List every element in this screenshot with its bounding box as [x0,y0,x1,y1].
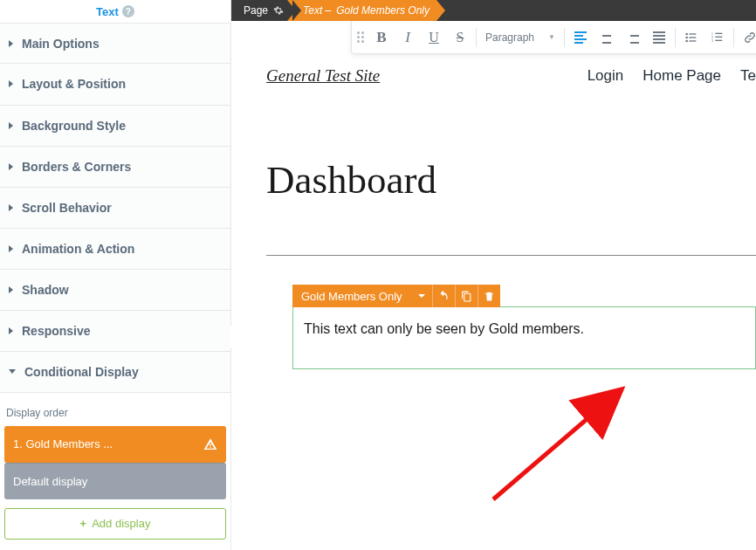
help-icon[interactable]: ? [122,5,134,17]
add-display-button[interactable]: + Add display [4,508,226,540]
section-label: Borders & Corners [22,160,131,174]
add-display-label: Add display [92,517,150,530]
toolbar-separator [675,28,676,47]
element-header: Gold Members Only [292,285,500,307]
section-layout-position[interactable]: Layout & Position [0,64,230,105]
paragraph-style-label: Paragraph [485,31,534,44]
svg-rect-7 [715,32,722,33]
display-row-default[interactable]: Default display [4,463,226,499]
svg-rect-9 [715,36,722,37]
svg-text:3: 3 [711,38,714,43]
nav-login[interactable]: Login [588,67,624,85]
breadcrumb-page-label: Page [244,4,268,17]
text-content[interactable]: This text can only be seen by Gold membe… [293,307,755,368]
horizontal-rule[interactable] [266,255,756,256]
chevron-right-icon [9,122,13,129]
section-conditional-display[interactable]: Conditional Display [0,352,230,393]
warning-icon [203,437,217,451]
svg-point-4 [685,39,688,42]
section-label: Background Style [22,119,126,133]
gear-icon[interactable] [273,5,284,16]
undo-icon[interactable] [432,285,455,307]
panel-title: Text ? [0,0,230,23]
section-main-options[interactable]: Main Options [0,23,230,64]
selected-text-element[interactable]: Gold Members Only This text can only be … [292,306,756,369]
plus-icon: + [80,517,87,530]
drag-handle-icon[interactable] [357,31,364,43]
section-shadow[interactable]: Shadow [0,270,230,311]
svg-rect-3 [689,37,696,38]
link-button[interactable] [738,25,756,50]
italic-button[interactable]: I [395,25,420,50]
element-header-label[interactable]: Gold Members Only [292,285,411,307]
display-row-label: 1. Gold Members ... [13,437,113,450]
display-order-label: Display order [6,407,228,419]
breadcrumb-sel-prefix: Text – [303,4,331,17]
chevron-right-icon [9,163,13,170]
svg-point-2 [685,36,688,38]
svg-rect-1 [689,33,696,34]
page-canvas[interactable]: General Test Site Login Home Page Te Das… [231,21,756,550]
svg-rect-5 [689,40,696,41]
delete-icon[interactable] [478,285,500,307]
breadcrumb-bar: Page Text – Gold Members Only [231,0,756,21]
chevron-right-icon [9,40,13,47]
section-responsive[interactable]: Responsive [0,311,230,352]
bold-button[interactable]: B [369,25,394,50]
bullet-list-button[interactable] [679,25,704,50]
section-scroll-behavior[interactable]: Scroll Behavior [0,188,230,229]
canvas-stage: Page Text – Gold Members Only B I U S Pa… [231,0,756,550]
align-right-button[interactable] [621,25,645,50]
copy-icon[interactable] [455,285,478,307]
svg-rect-11 [715,39,722,40]
property-panel: Text ? Main Options Layout & Position Ba… [0,0,231,550]
numbered-list-button[interactable]: 123 [705,25,730,50]
breadcrumb-page[interactable]: Page [231,0,292,21]
site-title[interactable]: General Test Site [266,66,380,86]
toolbar-separator [564,28,565,47]
paragraph-style-select[interactable]: Paragraph ▼ [480,25,560,50]
nav-trunc[interactable]: Te [740,67,756,85]
breadcrumb-selected[interactable]: Text – Gold Members Only [287,0,445,21]
breadcrumb-sel-name: Gold Members Only [336,4,430,17]
chevron-down-icon [9,369,16,374]
chevron-right-icon [9,245,13,252]
section-label: Shadow [22,283,69,297]
svg-point-0 [685,32,688,35]
richtext-toolbar: B I U S Paragraph ▼ [351,21,756,54]
element-header-dropdown[interactable] [411,285,432,307]
section-label: Layout & Position [22,77,126,91]
section-label: Main Options [22,37,100,51]
toolbar-separator [476,28,477,47]
underline-button[interactable]: U [422,25,446,50]
section-label: Scroll Behavior [22,201,112,215]
site-nav: Login Home Page Te [588,67,756,85]
section-animation-action[interactable]: Animation & Action [0,229,230,270]
chevron-down-icon: ▼ [548,33,555,41]
display-row-gold-members[interactable]: 1. Gold Members ... [4,426,226,463]
chevron-right-icon [9,80,13,87]
section-label: Conditional Display [24,365,139,379]
section-background-style[interactable]: Background Style [0,106,230,147]
page-title[interactable]: Dashboard [266,157,756,203]
align-center-button[interactable] [594,25,619,50]
panel-title-text: Text [96,5,119,18]
toolbar-separator [733,28,734,47]
section-label: Animation & Action [22,242,134,256]
strikethrough-button[interactable]: S [448,25,472,50]
section-borders-corners[interactable]: Borders & Corners [0,147,230,188]
chevron-right-icon [9,286,13,293]
align-justify-button[interactable] [647,25,671,50]
align-left-button[interactable] [568,25,593,50]
chevron-right-icon [9,204,13,211]
display-row-label: Default display [13,475,87,488]
conditional-display-body: Display order 1. Gold Members ... Defaul… [0,393,230,550]
chevron-right-icon [9,327,13,334]
nav-home[interactable]: Home Page [643,67,721,85]
section-label: Responsive [22,324,91,338]
